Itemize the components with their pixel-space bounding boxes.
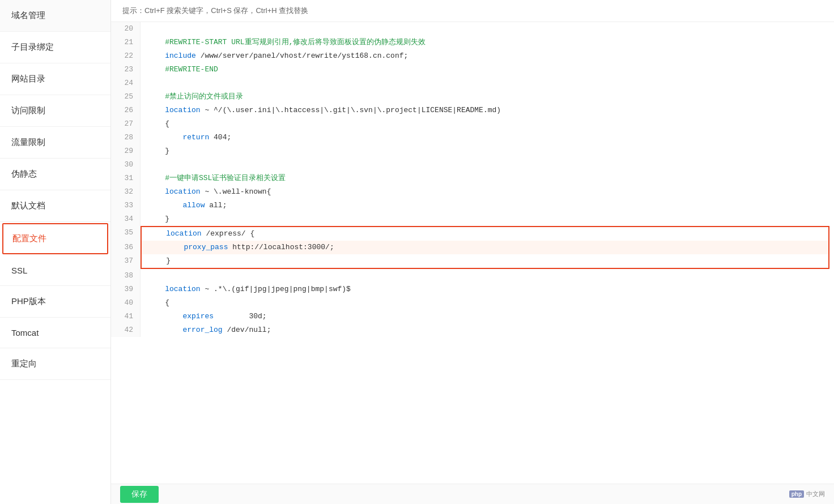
table-row: 21 #REWRITE-START URL重写规则引用,修改后将导致面板设置的伪… [111,36,834,49]
php-icon: php [789,490,804,498]
line-content: #REWRITE-START URL重写规则引用,修改后将导致面板设置的伪静态规… [141,36,834,49]
sidebar-item-config[interactable]: 配置文件 [2,223,108,254]
sidebar-item-redirect[interactable]: 重定向 [0,348,110,380]
sidebar: 域名管理子目录绑定网站目录访问限制流量限制伪静态默认文档配置文件SSLPHP版本… [0,0,111,504]
line-number: 23 [111,63,141,76]
line-content: include /www/server/panel/vhost/rewrite/… [141,49,834,63]
table-row: 33 allow all; [111,199,834,212]
table-row: 25 #禁止访问的文件或目录 [111,90,834,104]
sidebar-item-subdir[interactable]: 子目录绑定 [0,32,110,63]
line-number: 35 [111,226,141,241]
line-number: 41 [111,310,141,323]
line-number: 27 [111,117,141,131]
table-row: 31 #一键申请SSL证书验证目录相关设置 [111,172,834,185]
line-content: location /express/ { [141,226,829,241]
line-content: expires 30d; [141,310,834,323]
line-number: 28 [111,131,141,144]
table-row: 38 [111,269,834,283]
line-content [141,76,834,90]
line-number: 42 [111,323,141,337]
table-row: 26 location ~ ^/(\.user.ini|\.htaccess|\… [111,104,834,117]
line-number: 24 [111,76,141,90]
table-row: 42 error_log /dev/null; [111,323,834,337]
sidebar-item-webroot[interactable]: 网站目录 [0,63,110,95]
watermark: php 中文网 [789,490,825,498]
table-row: 28 return 404; [111,131,834,144]
sidebar-item-traffic[interactable]: 流量限制 [0,127,110,159]
line-number: 32 [111,185,141,199]
line-content: #一键申请SSL证书验证目录相关设置 [141,172,834,185]
table-row: 32 location ~ \.well-known{ [111,185,834,199]
line-content [141,269,834,283]
table-row: 37 } [111,254,834,269]
bottom-bar: 保存 php 中文网 [111,484,834,504]
line-content: allow all; [141,199,834,212]
line-number: 39 [111,283,141,296]
hint-bar: 提示：Ctrl+F 搜索关键字，Ctrl+S 保存，Ctrl+H 查找替换 [111,0,834,22]
line-number: 29 [111,144,141,158]
line-number: 34 [111,212,141,226]
line-number: 21 [111,36,141,49]
line-content: } [141,212,834,226]
line-content [141,22,834,36]
table-row: 34 } [111,212,834,226]
main-content: 提示：Ctrl+F 搜索关键字，Ctrl+S 保存，Ctrl+H 查找替换 20… [111,0,834,504]
sidebar-item-phpver[interactable]: PHP版本 [0,286,110,318]
sidebar-item-tomcat[interactable]: Tomcat [0,318,110,348]
line-content: proxy_pass http://localhost:3000/; [141,241,829,254]
line-number: 26 [111,104,141,117]
table-row: 27 { [111,117,834,131]
line-content: return 404; [141,131,834,144]
table-row: 23 #REWRITE-END [111,63,834,76]
line-number: 37 [111,254,141,269]
line-content: error_log /dev/null; [141,323,834,337]
line-number: 33 [111,199,141,212]
code-editor[interactable]: 2021 #REWRITE-START URL重写规则引用,修改后将导致面板设置… [111,22,834,484]
table-row: 30 [111,158,834,172]
line-number: 20 [111,22,141,36]
line-content [141,158,834,172]
save-button[interactable]: 保存 [120,486,159,503]
line-content: #REWRITE-END [141,63,834,76]
line-number: 22 [111,49,141,63]
sidebar-item-rewrite[interactable]: 伪静态 [0,159,110,190]
table-row: 41 expires 30d; [111,310,834,323]
table-row: 40 { [111,296,834,310]
table-row: 36 proxy_pass http://localhost:3000/; [111,241,834,254]
table-row: 29 } [111,144,834,158]
line-content: { [141,296,834,310]
table-row: 24 [111,76,834,90]
line-number: 36 [111,241,141,254]
table-row: 35 location /express/ { [111,226,834,241]
line-content: } [141,144,834,158]
table-row: 20 [111,22,834,36]
line-number: 31 [111,172,141,185]
line-number: 30 [111,158,141,172]
line-content: location ~ ^/(\.user.ini|\.htaccess|\.gi… [141,104,834,117]
line-number: 40 [111,296,141,310]
sidebar-item-domain[interactable]: 域名管理 [0,0,110,32]
line-content: #禁止访问的文件或目录 [141,90,834,104]
table-row: 22 include /www/server/panel/vhost/rewri… [111,49,834,63]
hint-text: 提示：Ctrl+F 搜索关键字，Ctrl+S 保存，Ctrl+H 查找替换 [122,6,308,15]
watermark-text: 中文网 [806,490,825,498]
code-lines: 2021 #REWRITE-START URL重写规则引用,修改后将导致面板设置… [111,22,834,337]
line-number: 38 [111,269,141,283]
line-content: } [141,254,829,269]
sidebar-item-ssl[interactable]: SSL [0,255,110,286]
sidebar-item-defaultdoc[interactable]: 默认文档 [0,190,110,222]
table-row: 39 location ~ .*\.(gif|jpg|jpeg|png|bmp|… [111,283,834,296]
sidebar-item-access[interactable]: 访问限制 [0,95,110,127]
line-content: location ~ \.well-known{ [141,185,834,199]
line-number: 25 [111,90,141,104]
line-content: location ~ .*\.(gif|jpg|jpeg|png|bmp|swf… [141,283,834,296]
line-content: { [141,117,834,131]
